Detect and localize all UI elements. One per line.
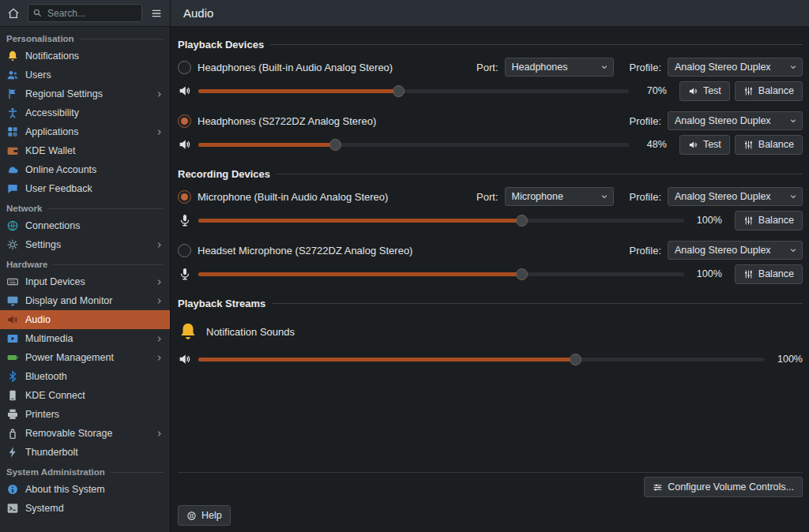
volume-slider[interactable] xyxy=(198,213,684,227)
sidebar-item-audio[interactable]: Audio xyxy=(0,310,170,329)
topbar-left xyxy=(0,0,171,26)
sidebar-item-display-and-monitor[interactable]: Display and Monitor xyxy=(0,291,170,310)
volume-slider[interactable] xyxy=(198,267,684,281)
sidebar-item-label: Users xyxy=(25,69,51,81)
configure-button-label: Configure Volume Controls... xyxy=(668,481,794,493)
section-header-personalisation: Personalisation xyxy=(0,28,170,47)
slider-fill xyxy=(198,143,336,147)
home-button[interactable] xyxy=(4,4,23,23)
hamburger-menu-icon xyxy=(150,7,163,20)
volume-slider[interactable] xyxy=(198,137,629,152)
chevron-right-icon xyxy=(155,278,164,287)
balance-button[interactable]: Balance xyxy=(735,211,803,230)
sidebar-item-label: User Feedback xyxy=(25,183,92,194)
speaker-icon xyxy=(178,137,192,152)
help-button-label: Help xyxy=(201,510,222,521)
topbar: Audio xyxy=(0,0,809,27)
slider-handle[interactable] xyxy=(393,85,404,97)
mixer-icon xyxy=(743,86,754,96)
profile-dropdown[interactable]: Analog Stereo Duplex xyxy=(668,111,803,130)
divider xyxy=(277,174,803,174)
help-button[interactable]: Help xyxy=(178,505,231,526)
chevron-down-icon xyxy=(600,192,609,201)
sidebar-item-label: About this System xyxy=(25,484,105,495)
volume-slider[interactable] xyxy=(198,352,765,366)
volume-row: 100% Balance xyxy=(178,208,803,232)
balance-button[interactable]: Balance xyxy=(735,135,803,155)
sidebar-item-printers[interactable]: Printers xyxy=(0,405,170,424)
sidebar-item-notifications[interactable]: Notifications xyxy=(0,47,170,66)
device-radio[interactable] xyxy=(178,61,191,74)
port-dropdown[interactable]: Microphone xyxy=(505,187,614,206)
slider-fill xyxy=(198,219,522,223)
port-value: Microphone xyxy=(512,191,595,202)
divider xyxy=(80,39,164,39)
sidebar-item-kde-wallet[interactable]: KDE Wallet xyxy=(0,141,170,160)
device-radio[interactable] xyxy=(178,244,191,257)
volume-slider[interactable] xyxy=(198,84,629,98)
balance-button[interactable]: Balance xyxy=(735,81,803,101)
sidebar-item-accessibility[interactable]: Accessibility xyxy=(0,103,170,122)
sidebar-item-applications[interactable]: Applications xyxy=(0,122,170,141)
volume-percent: 48% xyxy=(637,139,667,150)
sidebar-item-thunderbolt[interactable]: Thunderbolt xyxy=(0,443,170,462)
sidebar-item-systemd[interactable]: Systemd xyxy=(0,499,170,518)
stream-name: Notification Sounds xyxy=(206,326,295,338)
sidebar-item-users[interactable]: Users xyxy=(0,66,170,84)
slider-handle[interactable] xyxy=(516,268,528,280)
chevron-down-icon xyxy=(788,116,798,126)
sidebar-item-kde-connect[interactable]: KDE Connect xyxy=(0,386,170,405)
profile-dropdown[interactable]: Analog Stereo Duplex xyxy=(668,58,803,77)
profile-label: Profile: xyxy=(630,115,661,127)
accessibility-icon xyxy=(6,107,19,119)
flag-icon xyxy=(6,88,19,100)
sidebar-item-online-accounts[interactable]: Online Accounts xyxy=(0,160,170,179)
search-input[interactable] xyxy=(28,4,142,22)
slider-fill xyxy=(198,89,399,93)
test-button[interactable]: Test xyxy=(679,135,730,155)
speaker-icon xyxy=(178,352,192,366)
sidebar-item-label: KDE Connect xyxy=(25,390,85,401)
speaker-icon xyxy=(688,140,698,150)
mixer-icon xyxy=(743,140,754,150)
port-dropdown[interactable]: Headphones xyxy=(505,58,614,77)
sidebar-item-user-feedback[interactable]: User Feedback xyxy=(0,179,170,198)
sidebar-item-label: Audio xyxy=(25,314,51,325)
sidebar-item-about-this-system[interactable]: About this System xyxy=(0,480,170,499)
sidebar-item-regional-settings[interactable]: Regional Settings xyxy=(0,84,170,103)
sidebar-item-connections[interactable]: Connections xyxy=(0,216,170,235)
info-icon xyxy=(6,483,19,496)
sidebar-item-label: Power Management xyxy=(25,352,114,363)
test-button[interactable]: Test xyxy=(679,81,730,101)
device-radio[interactable] xyxy=(178,190,191,204)
connections-icon xyxy=(6,219,19,232)
balance-button[interactable]: Balance xyxy=(735,264,803,284)
audio-settings-scrollarea: Playback Devices Headphones (Built-in Au… xyxy=(171,27,809,472)
slider-fill xyxy=(198,272,522,276)
slider-handle[interactable] xyxy=(516,215,528,227)
profile-dropdown[interactable]: Analog Stereo Duplex xyxy=(668,187,803,206)
test-button-label: Test xyxy=(703,85,721,96)
sidebar-item-bluetooth[interactable]: Bluetooth xyxy=(0,367,170,386)
sidebar-item-input-devices[interactable]: Input Devices xyxy=(0,272,170,291)
sidebar-item-removable-storage[interactable]: Removable Storage xyxy=(0,424,170,443)
bell-icon xyxy=(6,50,19,62)
slider-handle[interactable] xyxy=(329,139,341,151)
chevron-right-icon xyxy=(155,241,164,249)
device-radio[interactable] xyxy=(178,114,191,128)
menu-button[interactable] xyxy=(147,4,166,23)
device-name: Headphones (Built-in Audio Analog Stereo… xyxy=(198,62,393,73)
port-label: Port: xyxy=(476,62,498,73)
help-row: Help xyxy=(171,501,809,532)
sidebar-item-label: Accessibility xyxy=(25,107,79,118)
balance-button-label: Balance xyxy=(758,85,794,96)
sidebar-item-label: Applications xyxy=(25,126,78,137)
slider-handle[interactable] xyxy=(570,354,581,365)
profile-dropdown[interactable]: Analog Stereo Duplex xyxy=(668,241,803,260)
device-row-headphones-builtin: Headphones (Built-in Audio Analog Stereo… xyxy=(178,55,803,79)
slider-fill xyxy=(198,358,576,362)
sidebar-item-multimedia[interactable]: Multimedia xyxy=(0,329,170,348)
sidebar-item-network-settings[interactable]: Settings xyxy=(0,235,170,254)
configure-volume-controls-button[interactable]: Configure Volume Controls... xyxy=(644,477,803,497)
sidebar-item-power-management[interactable]: Power Management xyxy=(0,348,170,367)
